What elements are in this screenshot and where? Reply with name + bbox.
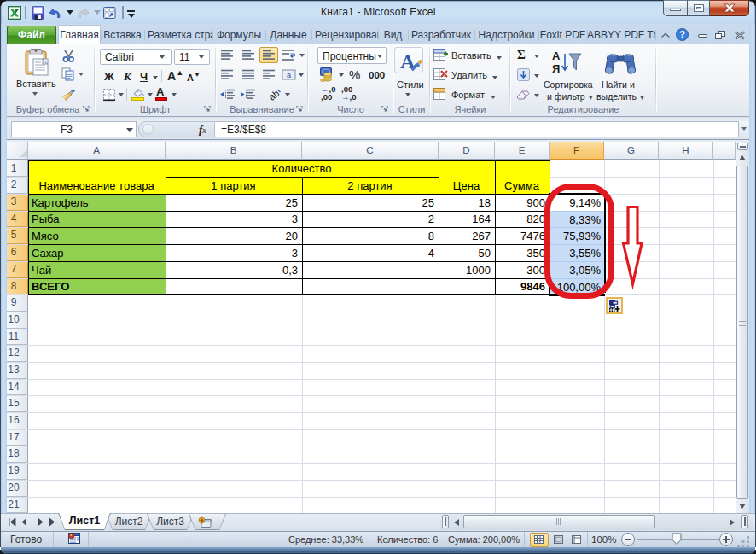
svg-text:ab: ab [266, 88, 281, 101]
svg-text:Я: Я [552, 62, 560, 75]
svg-text:a: a [287, 71, 291, 79]
svg-text:А: А [552, 50, 561, 62]
svg-text:?: ? [679, 29, 685, 39]
